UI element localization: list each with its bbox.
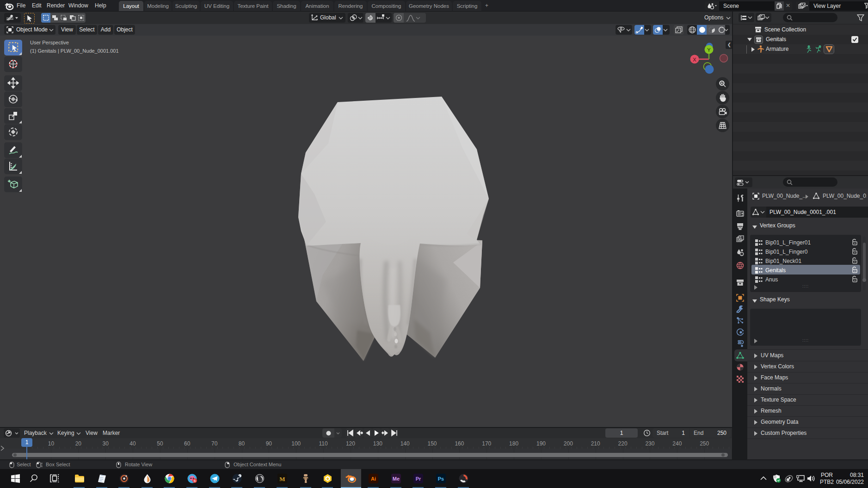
svg-text:6: 6 xyxy=(194,479,196,483)
svg-text:Y: Y xyxy=(707,47,711,53)
svg-text:Ai: Ai xyxy=(371,476,376,482)
svg-text:Ps: Ps xyxy=(438,476,444,482)
svg-text:Me: Me xyxy=(393,476,400,482)
svg-text:X: X xyxy=(693,57,696,62)
svg-text:M: M xyxy=(279,476,285,482)
svg-text:Pr: Pr xyxy=(416,476,421,482)
